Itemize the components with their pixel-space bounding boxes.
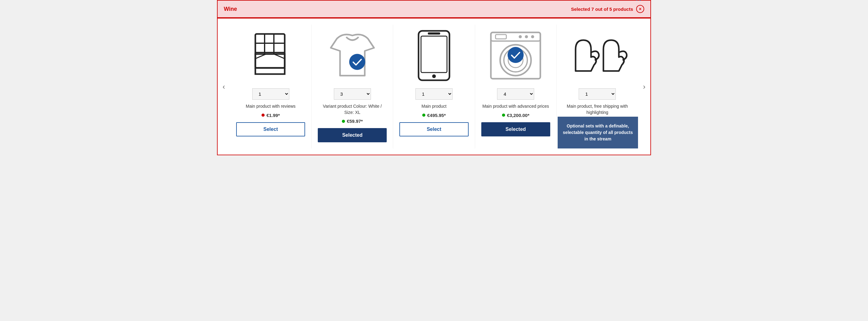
price-value-2: €59.97* bbox=[347, 118, 363, 124]
arrow-indicator bbox=[635, 0, 647, 3]
product-price-2: €59.97* bbox=[342, 118, 363, 124]
products-row: 1 2 3 4 5 Main product with reviews €1.9… bbox=[230, 25, 638, 148]
product-icon-washer bbox=[488, 28, 544, 83]
carousel-inner: ‹ bbox=[218, 25, 650, 148]
svg-point-10 bbox=[349, 54, 365, 70]
product-price-1: €1.99* bbox=[261, 113, 280, 118]
price-dot-1 bbox=[261, 114, 265, 117]
quantity-select-5[interactable]: 1 2 3 4 bbox=[579, 88, 616, 100]
product-price-4: €3,200.00* bbox=[502, 113, 529, 118]
quantity-select-2[interactable]: 1 2 3 4 5 bbox=[334, 88, 371, 100]
product-icon-shirt bbox=[324, 28, 380, 83]
prev-button[interactable]: ‹ bbox=[218, 25, 230, 148]
svg-point-18 bbox=[519, 35, 522, 38]
product-card-3: 1 2 3 4 Main product €495.95* Select bbox=[393, 25, 475, 148]
product-name-3: Main product bbox=[422, 103, 447, 110]
product-card-1: 1 2 3 4 5 Main product with reviews €1.9… bbox=[230, 25, 312, 148]
product-name-1: Main product with reviews bbox=[246, 103, 296, 110]
svg-marker-7 bbox=[255, 54, 285, 68]
product-price-3: €495.95* bbox=[422, 113, 446, 118]
svg-rect-17 bbox=[496, 35, 506, 39]
page-wrapper: Wine Selected 7 out of 5 products × ‹ bbox=[217, 0, 651, 155]
tooltip-text: Optional sets with a definable, selectab… bbox=[563, 123, 633, 141]
price-dot-3 bbox=[422, 114, 425, 117]
tooltip-overlay: Optional sets with a definable, selectab… bbox=[558, 117, 638, 148]
selected-checkmark-2 bbox=[349, 54, 365, 71]
product-name-4: Main product with advanced prices bbox=[482, 103, 549, 110]
quantity-select-1[interactable]: 1 2 3 4 5 bbox=[252, 88, 289, 100]
svg-rect-2 bbox=[255, 34, 285, 68]
svg-line-1 bbox=[637, 0, 644, 0]
selected-checkmark-4 bbox=[507, 47, 524, 64]
price-dot-4 bbox=[502, 114, 505, 117]
quantity-select-3[interactable]: 1 2 3 4 bbox=[415, 88, 453, 100]
product-card-5: 1 2 3 4 Main product, free shipping with… bbox=[557, 25, 638, 148]
select-button-4[interactable]: Selected bbox=[481, 122, 550, 136]
carousel-wrapper: ‹ bbox=[217, 18, 651, 155]
product-card-4: 1 2 3 4 5 Main product with advanced pri… bbox=[475, 25, 557, 148]
svg-point-14 bbox=[432, 74, 436, 78]
section-title: Wine bbox=[224, 6, 237, 12]
section-header: Wine Selected 7 out of 5 products × bbox=[217, 0, 651, 18]
price-value-1: €1.99* bbox=[267, 113, 280, 118]
product-card-2: 1 2 3 4 5 Variant product Colour: White … bbox=[312, 25, 393, 148]
svg-point-20 bbox=[531, 35, 534, 38]
product-icon-mittens bbox=[569, 28, 625, 83]
close-button[interactable]: × bbox=[636, 5, 644, 13]
svg-point-24 bbox=[507, 47, 524, 63]
select-button-2[interactable]: Selected bbox=[318, 128, 387, 142]
product-icon-chocolate bbox=[243, 28, 299, 83]
product-name-2: Variant product Colour: White / Size: XL bbox=[318, 103, 387, 115]
svg-rect-12 bbox=[421, 36, 447, 73]
svg-rect-13 bbox=[428, 32, 440, 35]
select-button-3[interactable]: Select bbox=[399, 122, 468, 136]
price-value-3: €495.95* bbox=[427, 113, 446, 118]
price-value-4: €3,200.00* bbox=[507, 113, 529, 118]
header-right: Selected 7 out of 5 products × bbox=[571, 5, 644, 13]
svg-point-19 bbox=[525, 35, 528, 38]
next-button[interactable]: › bbox=[638, 25, 650, 148]
select-button-1[interactable]: Select bbox=[236, 122, 305, 136]
quantity-select-4[interactable]: 1 2 3 4 5 bbox=[497, 88, 534, 100]
product-icon-phone bbox=[406, 28, 462, 83]
product-name-5: Main product, free shipping with highlig… bbox=[563, 103, 632, 115]
selected-count: Selected 7 out of 5 products bbox=[571, 6, 633, 12]
price-dot-2 bbox=[342, 120, 345, 123]
